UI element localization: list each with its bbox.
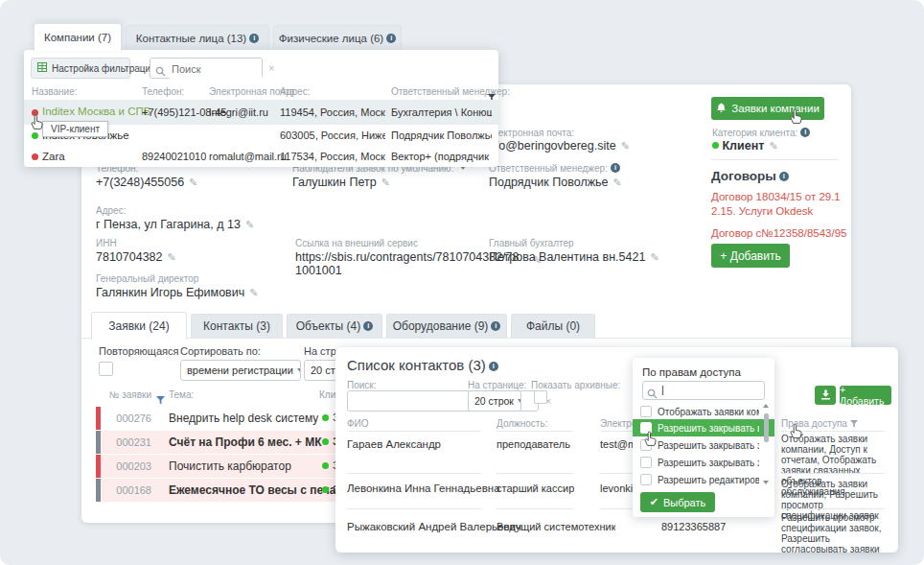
- edit-icon[interactable]: ✎: [245, 219, 254, 231]
- company-manager: Вектор+ (подрядчик / партнё…: [391, 151, 492, 162]
- contact-phone: 89123365887: [661, 521, 726, 532]
- option-checkbox[interactable]: [640, 457, 652, 468]
- contacts-title: Список контактов (3)i: [347, 357, 498, 373]
- info-icon: i: [800, 128, 810, 137]
- companies-panel: Компании (7) Контактные лица (13)i Физич…: [24, 23, 498, 167]
- repeat-checkbox[interactable]: [99, 362, 113, 376]
- company-name-link[interactable]: Inditex Москва и СПБ: [42, 106, 150, 117]
- tab-contacts[interactable]: Контакты (3): [191, 314, 283, 338]
- filter-icon[interactable]: [156, 390, 165, 408]
- scroll-up-icon[interactable]: [763, 404, 769, 408]
- dropdown-option-label: Разрешить закрывать все заявки к: [658, 423, 759, 434]
- contacts-per-page-select[interactable]: 20 строк: [468, 390, 521, 412]
- dropdown-title: По правам доступа: [642, 366, 741, 378]
- company-requests-button[interactable]: Заявки компании: [711, 97, 824, 120]
- dropdown-option[interactable]: Разрешить закрывать заявки связ: [658, 458, 759, 468]
- filter-icon[interactable]: [850, 418, 858, 429]
- director-value: Галянкин Игорь Ефимович✎: [96, 286, 258, 299]
- col-address: Адрес:: [280, 86, 310, 97]
- edit-icon[interactable]: ✎: [381, 177, 390, 189]
- email-label: Электронная почта:: [486, 128, 574, 138]
- tab-files[interactable]: Файлы (0): [511, 314, 595, 338]
- info-icon: i: [491, 321, 500, 331]
- tab-objects[interactable]: Объекты (4)i: [287, 314, 382, 338]
- company-email: integri@iit.ru: [209, 106, 268, 118]
- show-archived-label: Показать архивные:: [531, 380, 620, 390]
- client-category-label: Категория клиента:i: [712, 128, 810, 138]
- inn-label: ИНН: [96, 238, 117, 248]
- edit-icon[interactable]: ✎: [613, 177, 622, 189]
- export-button[interactable]: [815, 386, 836, 405]
- dropdown-option[interactable]: Разрешить редактировать специф: [658, 475, 759, 485]
- status-dot: [32, 153, 38, 160]
- filter-grid-icon: [37, 62, 47, 74]
- edit-icon[interactable]: ✎: [189, 177, 197, 189]
- edit-icon[interactable]: ✎: [168, 251, 176, 264]
- external-link-label: Ссылка на внешний сервис: [295, 238, 418, 248]
- clear-filter-icon[interactable]: ×: [137, 63, 143, 74]
- hand-cursor-icon: [642, 430, 658, 451]
- request-topic: Счёт на Профи 6 мес. + МК: [169, 436, 322, 449]
- contact-fio[interactable]: Левонкина Инна Геннадьевна: [347, 483, 500, 494]
- contact-access: Разрешить просмотр спецификации заявок, …: [781, 512, 887, 553]
- search-input[interactable]: [170, 59, 262, 79]
- dropdown-option[interactable]: Разрешить закрывать заявки комп: [658, 440, 759, 451]
- edit-icon[interactable]: ✎: [769, 140, 777, 153]
- contacts-list-panel: Список контактов (3)i Поиск: × На страни…: [335, 347, 898, 553]
- scroll-down-icon[interactable]: [763, 481, 769, 484]
- chevron-down-icon: [518, 399, 521, 403]
- add-contract-button[interactable]: + Добавить: [711, 244, 790, 268]
- request-topic: Внедрить help desk систему: [169, 412, 318, 425]
- accountant-label: Главный бухгалтер: [489, 238, 574, 248]
- show-archived-checkbox[interactable]: [534, 390, 547, 404]
- contract-link[interactable]: Договор 18034/15 от 29.12.15. Услуги Okd…: [711, 190, 847, 219]
- contract-link[interactable]: Договор с№12358/8543/95: [711, 226, 847, 241]
- sort-select[interactable]: времени регистрации: [180, 360, 301, 381]
- chevron-down-icon: [297, 368, 301, 372]
- tab-individuals[interactable]: Физические лица (6)i: [273, 25, 402, 50]
- dropdown-search-input[interactable]: |: [642, 381, 765, 400]
- contact-position: преподаватель: [497, 438, 570, 450]
- priority-bar: [96, 407, 101, 430]
- info-icon: i: [386, 34, 396, 43]
- info-icon: i: [779, 172, 789, 181]
- director-label: Генеральный директор: [96, 273, 198, 284]
- contact-fio[interactable]: Гараев Александр: [347, 438, 441, 450]
- company-manager: Бухгалтерия \ Конюшин Олег…: [391, 106, 492, 118]
- status-dot: [322, 462, 329, 469]
- edit-icon[interactable]: ✎: [249, 287, 258, 299]
- divider: [711, 159, 838, 160]
- phone-value: +7(3248)455056✎: [96, 176, 197, 189]
- tab-contact-persons[interactable]: Контактные лица (13)i: [126, 25, 269, 50]
- info-icon: i: [489, 362, 498, 371]
- add-contact-button[interactable]: + Добавить: [840, 386, 891, 405]
- client-category-value: Клиент✎: [712, 139, 778, 153]
- contact-fio[interactable]: Рыжаковский Андрей Валерьевич: [347, 521, 521, 532]
- request-num: 000231: [105, 436, 151, 448]
- download-icon: [820, 389, 831, 402]
- tab-equipment[interactable]: Оборудование (9)i: [386, 314, 507, 338]
- option-checkbox[interactable]: [640, 406, 652, 417]
- col-fio: ФИО: [347, 418, 369, 429]
- select-button[interactable]: ✔Выбрать: [640, 492, 715, 512]
- tab-requests[interactable]: Заявки (24): [91, 312, 187, 340]
- email-value: info@beringovbereg.site✎: [486, 139, 630, 153]
- edit-icon[interactable]: ✎: [621, 140, 630, 153]
- edit-icon[interactable]: ✎: [650, 251, 658, 264]
- tab-companies[interactable]: Компании (7): [34, 23, 122, 51]
- clear-search-icon[interactable]: ×: [268, 63, 274, 74]
- filter-settings-chip[interactable]: Настройка фильтрации: [31, 58, 130, 79]
- contact-position: старший кассир: [497, 483, 574, 494]
- option-checkbox[interactable]: [640, 474, 652, 485]
- col-topic: Тема:: [169, 389, 194, 400]
- manager-value: Подрядчик Поволжье✎: [489, 176, 622, 189]
- company-name-link[interactable]: Zara: [42, 151, 65, 162]
- contracts-title: Договорыi: [711, 169, 789, 183]
- priority-bar: [96, 431, 101, 454]
- scrollbar-thumb[interactable]: [764, 413, 769, 442]
- search-icon: [155, 63, 166, 81]
- request-num: 000168: [105, 484, 151, 496]
- company-row[interactable]: Zara 89240021010 romalut@mail.ru 117534,…: [24, 146, 498, 167]
- accountant-value: Петрова Валентина вн.5421✎: [489, 250, 659, 264]
- dropdown-option[interactable]: Отображать заявки компаний под: [658, 407, 759, 417]
